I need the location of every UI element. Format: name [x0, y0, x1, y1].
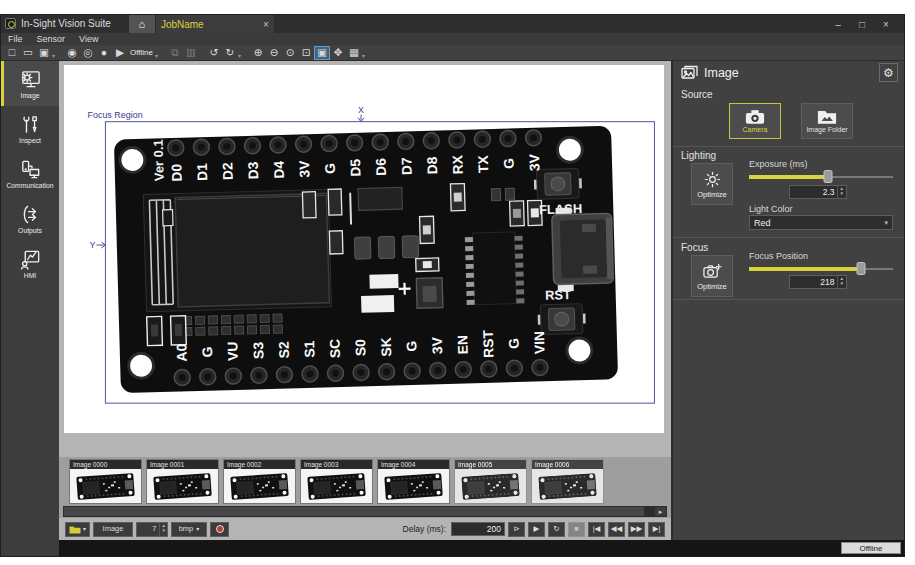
scroll-right-arrow-icon[interactable]: ▸	[655, 507, 666, 516]
panel-settings-button[interactable]: ⚙	[879, 63, 898, 82]
delay-input[interactable]: 200	[451, 522, 505, 536]
record-button[interactable]: ●	[96, 46, 112, 60]
scrollbar-thumb[interactable]	[64, 507, 644, 516]
minimize-button[interactable]: –	[826, 19, 850, 30]
sidebar-item-outputs[interactable]: Outputs	[1, 196, 59, 241]
paste-button: ▥	[183, 46, 199, 60]
live-video-button[interactable]: ◉	[64, 46, 80, 60]
menu-file[interactable]: File	[1, 34, 30, 44]
spin-down-icon[interactable]: ▼	[162, 529, 166, 534]
record-format-dropdown[interactable]: bmp ▾	[171, 522, 207, 537]
menu-view[interactable]: View	[72, 34, 105, 44]
exposure-slider[interactable]	[749, 170, 893, 183]
offline-status-button[interactable]: Offline	[841, 542, 901, 554]
filmstrip-thumb-2[interactable]: Image 0002	[223, 459, 296, 504]
new-job-button[interactable]: □	[4, 46, 20, 60]
loop-button[interactable]: ↻	[548, 522, 565, 537]
light-color-label: Light Color	[749, 204, 793, 214]
close-button[interactable]: ×	[874, 19, 898, 30]
scrollbar-track[interactable]: ▸	[63, 506, 667, 517]
focus-position-spinner[interactable]: 218 ▲ ▼	[789, 275, 847, 289]
count-spinner-arrows[interactable]: ▲ ▼	[159, 523, 166, 536]
svg-text:D8: D8	[424, 156, 440, 174]
svg-text:D4: D4	[270, 160, 286, 178]
zoom-actual-button[interactable]: ⊙	[282, 46, 298, 60]
image-canvas[interactable]: Focus Region X Y	[64, 65, 664, 433]
lighting-heading: Lighting	[681, 150, 716, 161]
thumb-image	[378, 469, 449, 503]
open-job-button[interactable]: ▭	[20, 46, 36, 60]
filmstrip-thumb-1[interactable]: Image 0001	[146, 459, 219, 504]
sidebar-item-communication[interactable]: Communication	[1, 151, 59, 196]
undo-button[interactable]: ↺	[206, 46, 222, 60]
sidebar-item-inspect[interactable]: Inspect	[1, 106, 59, 151]
svg-text:S2: S2	[275, 341, 291, 359]
zoom-fit-button[interactable]: ⊡	[298, 46, 314, 60]
play-button[interactable]: ▶	[528, 522, 545, 537]
thumb-image	[224, 469, 295, 503]
filmstrip-thumb-0[interactable]: Image 0000	[69, 459, 142, 504]
save-job-button[interactable]: ▣	[36, 46, 52, 60]
sidebar-item-label: Inspect	[19, 137, 41, 144]
record-folder-button[interactable]: ▾	[65, 522, 90, 537]
titlebar: In-Sight Vision Suite ⌂ JobName × – □ ×	[1, 15, 904, 33]
panel-header: Image ⚙	[673, 61, 904, 84]
svg-text:SC: SC	[327, 338, 344, 358]
lighting-optimize-button[interactable]: Optimize	[691, 163, 733, 205]
app-window: In-Sight Vision Suite ⌂ JobName × – □ × …	[0, 14, 905, 557]
home-tab[interactable]: ⌂	[129, 15, 155, 33]
light-color-dropdown[interactable]: Red ▾	[749, 215, 893, 230]
file-group-dropdown-icon[interactable]: ▾	[52, 52, 55, 59]
previous-image-button[interactable]: ◀◀	[608, 522, 625, 537]
single-acquire-button[interactable]: ⊳	[508, 522, 525, 537]
next-image-button[interactable]: ▶▶	[628, 522, 645, 537]
sidebar-item-hmi[interactable]: HMI	[1, 241, 59, 286]
focus-spinner-arrows[interactable]: ▲ ▼	[837, 276, 844, 288]
slider-thumb[interactable]	[857, 262, 866, 275]
status-bar: Offline	[59, 540, 904, 556]
zoom-group-dropdown-icon[interactable]: ▾	[362, 52, 365, 59]
run-group-dropdown-icon[interactable]: ▾	[155, 52, 158, 59]
image-display-button[interactable]: ▦	[346, 46, 362, 60]
redo-button[interactable]: ↻	[222, 46, 238, 60]
exposure-spinner-arrows[interactable]: ▲ ▼	[837, 186, 844, 198]
source-image-folder-button[interactable]: Image Folder	[801, 103, 853, 139]
filmstrip-thumb-5[interactable]: Image 0005	[454, 459, 527, 504]
spin-down-icon[interactable]: ▼	[840, 192, 844, 197]
acquire-image-button[interactable]: ◎	[80, 46, 96, 60]
job-tab[interactable]: JobName ×	[156, 15, 274, 33]
svg-text:RX: RX	[449, 154, 466, 174]
thumb-image	[301, 469, 372, 503]
rst-button-graphic	[537, 304, 586, 335]
slider-thumb[interactable]	[824, 170, 833, 183]
svg-text:D1: D1	[194, 163, 210, 181]
first-image-button[interactable]: |◀	[588, 522, 605, 537]
zoom-region-button[interactable]: ▣	[314, 46, 330, 60]
maximize-button[interactable]: □	[850, 19, 874, 30]
last-image-button[interactable]: ▶|	[648, 522, 665, 537]
thumb-label: Image 0002	[224, 460, 295, 469]
filmstrip-thumb-6[interactable]: Image 0006	[531, 459, 604, 504]
menu-sensor[interactable]: Sensor	[30, 34, 73, 44]
source-camera-button[interactable]: Camera	[729, 103, 781, 139]
hmi-step-icon	[19, 248, 42, 271]
exposure-spinner[interactable]: 2.3 ▲ ▼	[789, 185, 847, 199]
pan-button[interactable]: ✥	[330, 46, 346, 60]
run-mode-play-icon[interactable]: ▶	[112, 46, 128, 60]
record-count-stepper[interactable]: 7 ▲ ▼	[136, 522, 168, 537]
record-type-box[interactable]: Image	[93, 522, 133, 537]
record-images-button[interactable]	[210, 522, 229, 537]
zoom-in-button[interactable]: ⊕	[250, 46, 266, 60]
zoom-out-button[interactable]: ⊖	[266, 46, 282, 60]
edit-group-dropdown-icon[interactable]: ▾	[238, 52, 241, 59]
sidebar-item-image[interactable]: Image	[1, 61, 59, 106]
filmstrip-thumb-3[interactable]: Image 0003	[300, 459, 373, 504]
y-axis-label: Y	[89, 240, 95, 250]
svg-text:S0: S0	[352, 339, 368, 357]
run-mode-label[interactable]: Offline	[130, 48, 153, 57]
spin-down-icon[interactable]: ▼	[840, 282, 844, 287]
focus-optimize-button[interactable]: Optimize	[691, 255, 733, 297]
focus-position-slider[interactable]	[749, 262, 893, 275]
close-tab-icon[interactable]: ×	[263, 19, 269, 30]
filmstrip-thumb-4[interactable]: Image 0004	[377, 459, 450, 504]
